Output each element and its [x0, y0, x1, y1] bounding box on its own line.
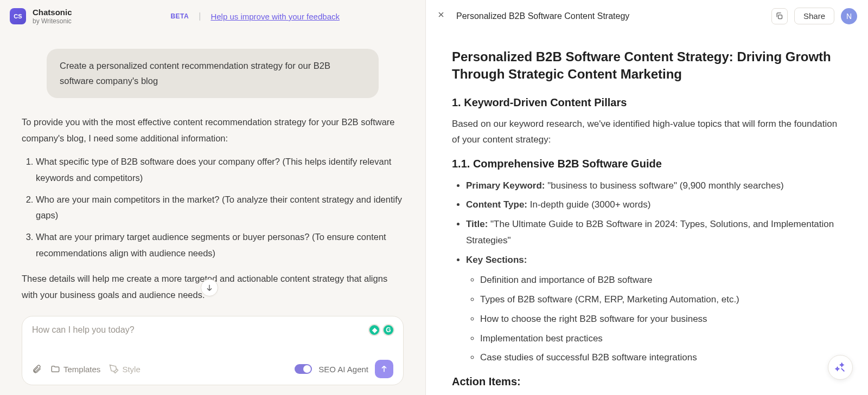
style-button[interactable]: Style: [109, 364, 140, 374]
document-panel: Personalized B2B Software Content Strate…: [425, 0, 868, 395]
app-logo: CS: [10, 8, 26, 24]
share-button[interactable]: Share: [794, 8, 834, 24]
seo-agent-toggle[interactable]: [295, 364, 312, 374]
doc-sub-5: Case studies of successful B2B software …: [480, 349, 838, 366]
assistant-q1: What specific type of B2B software does …: [36, 154, 404, 186]
send-button[interactable]: [375, 360, 393, 378]
doc-h2-1: 1. Keyword-Driven Content Pillars: [452, 96, 838, 109]
close-icon[interactable]: [437, 10, 448, 22]
document-body[interactable]: Personalized B2B Software Content Strate…: [426, 32, 868, 395]
app-title-block: Chatsonic by Writesonic: [33, 8, 72, 25]
assistant-message: To provide you with the most effective c…: [22, 114, 404, 303]
svg-rect-1: [778, 15, 782, 19]
app-subtitle: by Writesonic: [33, 17, 72, 25]
composer-input[interactable]: [32, 325, 393, 335]
assistant-intro: To provide you with the most effective c…: [22, 114, 404, 146]
scroll-down-button[interactable]: [201, 279, 218, 296]
grammarly-tone-icon[interactable]: ◆: [368, 324, 380, 336]
doc-sub-1: Definition and importance of B2B softwar…: [480, 272, 838, 288]
user-message-bubble: Create a personalized content recommenda…: [47, 49, 379, 98]
doc-sub-2: Types of B2B software (CRM, ERP, Marketi…: [480, 292, 838, 308]
document-header: Personalized B2B Software Content Strate…: [426, 0, 868, 32]
app-title: Chatsonic: [33, 8, 72, 17]
user-avatar[interactable]: N: [841, 8, 857, 24]
attach-icon[interactable]: [32, 364, 42, 374]
doc-li-content: Content Type: In-depth guide (3000+ word…: [466, 197, 838, 213]
doc-li-title: Title: "The Ultimate Guide to B2B Softwa…: [466, 216, 838, 249]
document-title: Personalized B2B Software Content Strate…: [456, 11, 629, 21]
doc-guide-list: Primary Keyword: "business to business s…: [452, 178, 838, 366]
doc-h1: Personalized B2B Software Content Strate…: [452, 48, 838, 83]
separator: |: [199, 11, 201, 21]
header-links: BETA | Help us improve with your feedbac…: [170, 11, 340, 21]
chat-panel: CS Chatsonic by Writesonic BETA | Help u…: [0, 0, 425, 395]
feedback-link[interactable]: Help us improve with your feedback: [210, 12, 340, 21]
templates-button[interactable]: Templates: [50, 364, 100, 374]
assistant-q3: What are your primary target audience se…: [36, 229, 404, 261]
grammarly-icon[interactable]: G: [382, 324, 394, 336]
style-label: Style: [122, 365, 140, 374]
composer-right: SEO AI Agent: [295, 360, 393, 378]
message-actions: [22, 311, 404, 316]
doc-p1: Based on our keyword research, we've ide…: [452, 116, 838, 148]
message-composer: ◆ G Templates Style SEO AI Agent: [22, 316, 404, 385]
doc-li-keysections: Key Sections: Definition and importance …: [466, 252, 838, 366]
left-header: CS Chatsonic by Writesonic BETA | Help u…: [0, 0, 425, 33]
magic-fab-button[interactable]: [828, 355, 853, 380]
doc-sub-4: Implementation best practices: [480, 331, 838, 347]
doc-h3-11: 1.1. Comprehensive B2B Software Guide: [452, 158, 838, 170]
copy-document-icon[interactable]: [771, 8, 788, 24]
doc-sub-3: How to choose the right B2B software for…: [480, 311, 838, 327]
beta-badge: BETA: [170, 12, 189, 20]
doc-action-items: Action Items:: [452, 375, 838, 388]
composer-toolbar: Templates Style SEO AI Agent: [32, 360, 393, 378]
assistant-q2: Who are your main competitors in the mar…: [36, 192, 404, 224]
doc-key-sections-list: Definition and importance of B2B softwar…: [466, 272, 838, 366]
chat-scroll[interactable]: Create a personalized content recommenda…: [0, 33, 425, 316]
assistant-question-list: What specific type of B2B software does …: [22, 154, 404, 261]
doc-li-primary: Primary Keyword: "business to business s…: [466, 178, 838, 194]
templates-label: Templates: [63, 365, 100, 374]
seo-agent-label: SEO AI Agent: [318, 365, 368, 374]
grammarly-badges: ◆ G: [368, 324, 394, 336]
document-header-actions: Share N: [771, 8, 857, 24]
